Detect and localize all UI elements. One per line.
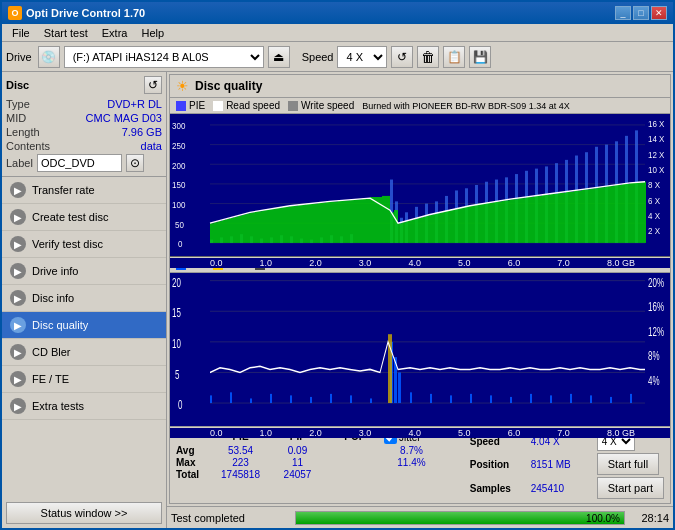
sidebar-item-cd-bler[interactable]: ▶ CD Bler <box>2 339 166 366</box>
svg-rect-91 <box>318 202 322 242</box>
svg-rect-77 <box>262 210 266 243</box>
status-window-button[interactable]: Status window >> <box>6 502 162 524</box>
disc-label-icon[interactable]: ⊙ <box>126 154 144 172</box>
svg-text:0: 0 <box>178 399 183 412</box>
menu-start-test[interactable]: Start test <box>38 26 94 40</box>
svg-rect-151 <box>558 193 562 243</box>
disc-label-input[interactable] <box>37 154 122 172</box>
drive-info-icon: ▶ <box>10 263 26 279</box>
svg-rect-86 <box>298 205 302 243</box>
svg-rect-164 <box>610 186 614 243</box>
svg-rect-82 <box>282 207 286 243</box>
panel-title: Disc quality <box>195 79 262 93</box>
refresh-button[interactable]: ↺ <box>391 46 413 68</box>
length-value: 7.96 GB <box>122 126 162 138</box>
sidebar-item-fe-te[interactable]: ▶ FE / TE <box>2 366 166 393</box>
svg-rect-104 <box>370 197 374 243</box>
close-button[interactable]: ✕ <box>651 6 667 20</box>
nav-verify-test-disc-label: Verify test disc <box>32 238 103 250</box>
sidebar-item-create-test-disc[interactable]: ▶ Create test disc <box>2 204 166 231</box>
svg-rect-85 <box>294 206 298 243</box>
erase-button[interactable]: 🗑 <box>417 46 439 68</box>
verify-test-disc-icon: ▶ <box>10 236 26 252</box>
avg-row: Avg 53.54 0.09 8.7% <box>176 445 460 456</box>
write-speed-legend: Write speed <box>288 100 354 111</box>
menu-extra[interactable]: Extra <box>96 26 134 40</box>
maximize-button[interactable]: □ <box>633 6 649 20</box>
read-speed-label: Read speed <box>226 100 280 111</box>
svg-rect-100 <box>354 199 358 243</box>
start-part-button[interactable]: Start part <box>597 477 664 499</box>
svg-rect-72 <box>242 214 246 242</box>
svg-rect-64 <box>210 223 214 243</box>
svg-rect-125 <box>454 209 458 243</box>
svg-rect-171 <box>638 182 642 243</box>
svg-rect-98 <box>346 200 350 243</box>
svg-rect-152 <box>562 193 566 243</box>
svg-rect-111 <box>398 223 402 243</box>
svg-text:16%: 16% <box>648 301 664 314</box>
avg-pof <box>327 445 382 456</box>
fe-te-icon: ▶ <box>10 371 26 387</box>
svg-rect-160 <box>594 188 598 243</box>
svg-rect-120 <box>434 213 438 242</box>
disc-quality-icon: ▶ <box>10 317 26 333</box>
svg-text:4%: 4% <box>648 374 660 387</box>
svg-text:150: 150 <box>172 180 186 190</box>
svg-rect-94 <box>330 201 334 243</box>
svg-rect-138 <box>506 200 510 243</box>
svg-rect-207 <box>550 395 552 403</box>
sidebar-item-disc-quality[interactable]: ▶ Disc quality <box>2 312 166 339</box>
svg-rect-90 <box>314 204 318 243</box>
start-full-button[interactable]: Start full <box>597 453 659 475</box>
svg-rect-149 <box>550 194 554 243</box>
elapsed-time: 28:14 <box>629 512 669 524</box>
total-pif: 24057 <box>270 469 325 480</box>
sidebar-item-transfer-rate[interactable]: ▶ Transfer rate <box>2 177 166 204</box>
menu-help[interactable]: Help <box>135 26 170 40</box>
copy-button[interactable]: 📋 <box>443 46 465 68</box>
svg-text:10 X: 10 X <box>648 165 665 175</box>
eject-button[interactable]: ⏏ <box>268 46 290 68</box>
stats-right: Speed 4.04 X 4 X Position 8151 MB Start … <box>470 431 664 499</box>
svg-rect-165 <box>614 185 618 243</box>
svg-rect-73 <box>246 213 250 242</box>
panel-header: ☀ Disc quality <box>170 75 670 98</box>
nav-create-test-disc-label: Create test disc <box>32 211 108 223</box>
sidebar-item-disc-info[interactable]: ▶ Disc info <box>2 285 166 312</box>
sidebar-item-verify-test-disc[interactable]: ▶ Verify test disc <box>2 231 166 258</box>
length-label: Length <box>6 126 40 138</box>
svg-rect-122 <box>442 211 446 243</box>
disc-refresh-button[interactable]: ↺ <box>144 76 162 94</box>
drive-select[interactable]: (F:) ATAPI iHAS124 B AL0S <box>64 46 264 68</box>
svg-rect-87 <box>302 205 306 243</box>
svg-rect-170 <box>634 183 638 243</box>
minimize-button[interactable]: _ <box>615 6 631 20</box>
speed-select[interactable]: 4 X <box>337 46 387 68</box>
position-row: Position 8151 MB Start full <box>470 453 664 475</box>
svg-rect-134 <box>490 202 494 242</box>
svg-rect-191 <box>270 394 272 403</box>
svg-rect-127 <box>462 207 466 243</box>
disc-quality-panel: ☀ Disc quality PIE Read speed <box>169 74 671 504</box>
svg-rect-128 <box>466 206 470 243</box>
main-content: Disc ↺ Type DVD+R DL MID CMC MAG D03 Len… <box>2 72 673 528</box>
app-icon: O <box>8 6 22 20</box>
svg-text:6 X: 6 X <box>648 195 660 205</box>
svg-rect-102 <box>362 198 366 243</box>
svg-rect-206 <box>530 394 532 403</box>
drive-icon: 💿 <box>38 46 60 68</box>
svg-rect-161 <box>598 187 602 243</box>
svg-rect-167 <box>622 184 626 243</box>
sidebar-item-extra-tests[interactable]: ▶ Extra tests <box>2 393 166 420</box>
menu-file[interactable]: File <box>6 26 36 40</box>
svg-text:12%: 12% <box>648 325 664 338</box>
svg-rect-166 <box>618 185 622 243</box>
svg-rect-168 <box>626 184 630 243</box>
svg-rect-139 <box>510 199 514 243</box>
chart-container: PIE Read speed Write speed Burned with P… <box>170 98 670 503</box>
svg-rect-156 <box>578 190 582 242</box>
svg-text:8 X: 8 X <box>648 180 660 190</box>
save-button[interactable]: 💾 <box>469 46 491 68</box>
sidebar-item-drive-info[interactable]: ▶ Drive info <box>2 258 166 285</box>
